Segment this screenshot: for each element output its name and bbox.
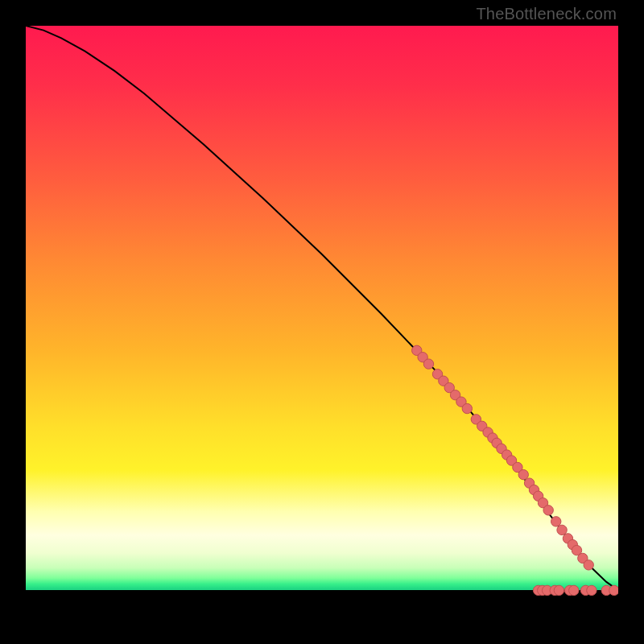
curve-path: [26, 26, 618, 590]
chart-frame: TheBottleneck.com: [0, 0, 644, 644]
data-dot: [587, 585, 597, 595]
data-dot: [423, 359, 433, 369]
data-dot: [584, 560, 593, 570]
data-dot: [557, 525, 567, 535]
scatter-dots: [412, 345, 618, 596]
data-dot: [543, 506, 553, 515]
plot-area: [26, 26, 618, 618]
data-dot: [569, 585, 579, 595]
data-dot: [462, 403, 472, 413]
data-dot: [518, 469, 528, 479]
data-dot: [551, 517, 561, 526]
data-dot: [554, 585, 564, 595]
chart-overlay: [26, 26, 618, 618]
data-dot: [609, 585, 618, 595]
curve-line: [26, 26, 618, 590]
watermark-text: TheBottleneck.com: [476, 5, 617, 23]
